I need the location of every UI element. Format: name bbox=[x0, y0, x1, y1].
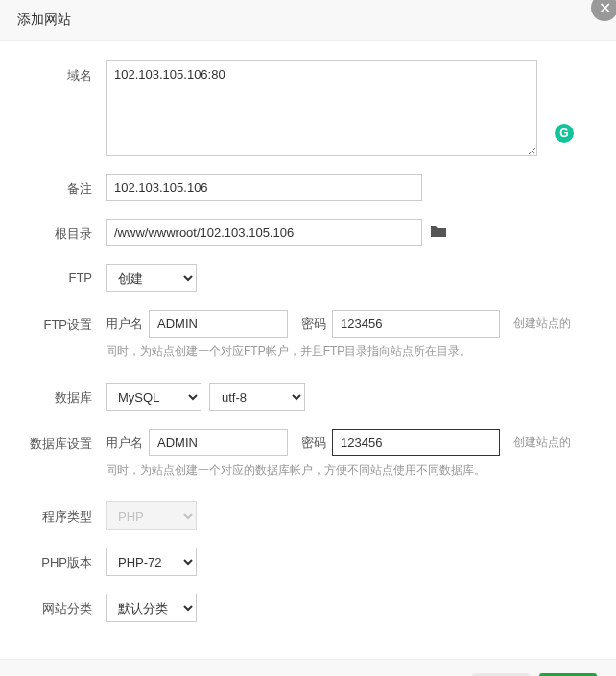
db-pass-input[interactable] bbox=[332, 429, 500, 456]
db-right-text: 创建站点的 bbox=[513, 434, 571, 451]
row-domain: 域名 G bbox=[29, 60, 587, 156]
label-php: PHP版本 bbox=[29, 548, 106, 571]
row-remark: 备注 bbox=[29, 174, 587, 201]
remark-input[interactable] bbox=[106, 174, 422, 201]
row-root: 根目录 bbox=[29, 219, 587, 246]
dialog-footer: 取消 提交 SMX值得买 bbox=[0, 659, 616, 676]
row-database: 数据库 MySQL utf-8 bbox=[29, 383, 587, 411]
label-ftp-settings: FTP设置 bbox=[29, 310, 106, 334]
close-button[interactable]: ✕ bbox=[591, 0, 616, 21]
label-category: 网站分类 bbox=[29, 594, 106, 618]
db-user-label: 用户名 bbox=[106, 434, 143, 452]
php-select[interactable]: PHP-72 bbox=[106, 548, 197, 576]
root-input[interactable] bbox=[106, 219, 422, 246]
label-remark: 备注 bbox=[29, 174, 106, 198]
db-user-input[interactable] bbox=[149, 429, 288, 456]
close-icon: ✕ bbox=[599, 0, 611, 17]
label-domain: 域名 bbox=[29, 60, 106, 84]
dialog-title: 添加网站 bbox=[17, 12, 71, 27]
ftp-select[interactable]: 创建 bbox=[106, 264, 197, 292]
row-program: 程序类型 PHP bbox=[29, 501, 587, 530]
row-ftp: FTP 创建 bbox=[29, 264, 587, 292]
grammarly-icon[interactable]: G bbox=[555, 124, 574, 143]
row-category: 网站分类 默认分类 bbox=[29, 594, 587, 622]
program-select: PHP bbox=[106, 501, 197, 530]
dialog-header: 添加网站 ✕ bbox=[0, 0, 616, 41]
ftp-user-input[interactable] bbox=[149, 310, 288, 338]
ftp-hint: 同时，为站点创建一个对应FTP帐户，并且FTP目录指向站点所在目录。 bbox=[106, 343, 587, 360]
row-db-settings: 数据库设置 用户名 密码 创建站点的 同时，为站点创建一个对应的数据库帐户，方便… bbox=[29, 429, 587, 478]
db-pass-label: 密码 bbox=[301, 434, 326, 452]
folder-icon[interactable] bbox=[430, 224, 447, 241]
ftp-right-text: 创建站点的 bbox=[513, 315, 571, 332]
ftp-pass-label: 密码 bbox=[301, 315, 326, 333]
row-ftp-settings: FTP设置 用户名 密码 创建站点的 同时，为站点创建一个对应FTP帐户，并且F… bbox=[29, 310, 587, 360]
db-engine-select[interactable]: MySQL bbox=[106, 383, 201, 411]
label-ftp: FTP bbox=[29, 264, 106, 285]
row-php: PHP版本 PHP-72 bbox=[29, 548, 587, 576]
ftp-user-label: 用户名 bbox=[106, 315, 143, 333]
label-root: 根目录 bbox=[29, 219, 106, 243]
ftp-pass-input[interactable] bbox=[332, 310, 500, 338]
label-database: 数据库 bbox=[29, 383, 106, 407]
db-charset-select[interactable]: utf-8 bbox=[209, 383, 305, 411]
label-db-settings: 数据库设置 bbox=[29, 429, 106, 453]
category-select[interactable]: 默认分类 bbox=[106, 594, 197, 622]
domain-input[interactable] bbox=[106, 60, 537, 156]
db-hint: 同时，为站点创建一个对应的数据库帐户，方便不同站点使用不同数据库。 bbox=[106, 462, 587, 478]
label-program: 程序类型 bbox=[29, 501, 106, 525]
dialog-body: 域名 G 备注 根目录 FTP 创建 FTP设置 用户名 bbox=[0, 41, 616, 659]
